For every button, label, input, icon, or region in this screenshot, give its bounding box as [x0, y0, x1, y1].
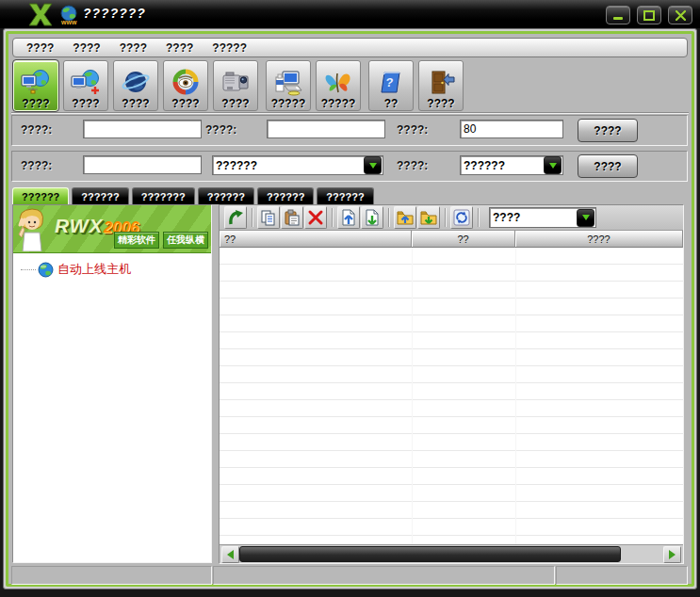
globe-icon: [38, 262, 54, 278]
connect-field-label-3: ????:: [397, 123, 428, 137]
menu-item-1[interactable]: ????: [26, 41, 54, 55]
toolbar-separator: [252, 208, 253, 227]
close-button[interactable]: [668, 6, 692, 24]
svg-text:?: ?: [385, 75, 395, 89]
paste-button[interactable]: [281, 206, 303, 229]
banner-badge-1: 精彩软件: [114, 232, 159, 249]
toolbar-label: ????: [22, 97, 49, 110]
remote-control-icon: [21, 69, 51, 97]
chevron-down-icon[interactable]: [577, 209, 594, 227]
menu-item-2[interactable]: ????: [73, 41, 100, 55]
reload-button[interactable]: [450, 206, 473, 229]
toolbar-button-surveillance[interactable]: ????: [163, 60, 208, 111]
minimize-icon: [613, 17, 623, 20]
window-frame: ???? ???? ???? ???? ?????: [3, 28, 697, 589]
chevron-down-icon[interactable]: [364, 156, 382, 174]
toolbar-divider: [11, 112, 689, 114]
tab-1[interactable]: ??????: [12, 187, 69, 204]
app-globe-www-icon: www: [58, 5, 79, 25]
table-header-row: ?? ?? ????: [220, 231, 683, 248]
status-section-3: [556, 566, 688, 585]
folder-download-icon: [420, 209, 437, 226]
file-download-icon: [364, 209, 381, 226]
delete-x-icon: [307, 209, 324, 226]
column-header-1[interactable]: ??: [220, 231, 412, 248]
scroll-right-button[interactable]: [663, 546, 681, 563]
copy-icon: [260, 209, 277, 226]
maximize-icon: [643, 10, 655, 21]
close-icon: [676, 10, 686, 21]
main-toolbar: ???? ????: [13, 59, 464, 111]
toolbar-separator: [478, 208, 480, 227]
toolbar-button-add-host[interactable]: ????: [63, 60, 108, 111]
maximize-button[interactable]: [637, 6, 661, 24]
butterfly-icon: [323, 69, 353, 97]
connect-button[interactable]: ????: [578, 119, 638, 142]
option-button[interactable]: ????: [578, 154, 638, 178]
toolbar-button-internet[interactable]: ????: [113, 60, 158, 111]
host-list-panel: ???? ?? ?? ????: [219, 204, 684, 564]
file-upload-button[interactable]: [337, 206, 360, 229]
status-bar: [11, 566, 688, 585]
status-section-2: [213, 566, 555, 585]
tab-6[interactable]: ??????: [317, 187, 373, 204]
folder-upload-button[interactable]: [394, 206, 416, 229]
toolbar-button-exit[interactable]: ????: [418, 60, 464, 111]
tab-2[interactable]: ??????: [72, 187, 128, 204]
scroll-left-button[interactable]: [221, 546, 239, 563]
toolbar-button-help[interactable]: ? ??: [368, 60, 414, 111]
host-tree: 自动上线主机: [13, 253, 211, 278]
banner-badge-2: 任我纵横: [163, 232, 208, 249]
status-section-1: [11, 566, 212, 585]
tab-4[interactable]: ??????: [198, 187, 254, 204]
menu-bar: ???? ???? ???? ???? ?????: [12, 38, 688, 57]
option-combo-2[interactable]: ??????: [460, 155, 563, 175]
toolbar-label: ????: [427, 97, 454, 110]
scrollbar-thumb[interactable]: [239, 546, 621, 562]
toolbar-button-remote-control[interactable]: ????: [13, 60, 58, 111]
banner-ad[interactable]: RWX2006 精彩软件 任我纵横: [13, 205, 211, 253]
toolbar-label: ????: [221, 97, 249, 110]
column-header-3[interactable]: ????: [515, 231, 683, 248]
host-list-body[interactable]: [220, 248, 683, 544]
tab-5[interactable]: ??????: [257, 187, 314, 204]
horizontal-scrollbar[interactable]: [220, 544, 683, 563]
video-camera-icon: [220, 69, 251, 97]
menu-item-3[interactable]: ????: [120, 41, 147, 55]
column-header-2[interactable]: ??: [412, 231, 515, 248]
file-upload-icon: [340, 209, 357, 226]
list-toolbar: ????: [220, 205, 683, 231]
toolbar-label: ????: [72, 97, 99, 110]
option-combo-1[interactable]: ??????: [212, 155, 383, 175]
install-computer-icon: [273, 69, 303, 97]
file-download-button[interactable]: [361, 206, 383, 229]
delete-button[interactable]: [304, 206, 327, 229]
menu-item-5[interactable]: ?????: [212, 41, 247, 55]
copy-button[interactable]: [257, 206, 280, 229]
sidebar: RWX2006 精彩软件 任我纵横: [12, 204, 212, 563]
address-input[interactable]: [267, 120, 385, 138]
connect-field-label-2: ????:: [205, 123, 236, 137]
go-arrow-icon: [227, 209, 244, 226]
tab-3[interactable]: ???????: [132, 187, 195, 204]
go-arrow-button[interactable]: [224, 206, 247, 229]
svg-text:www: www: [60, 19, 77, 25]
menu-item-4[interactable]: ????: [166, 41, 193, 55]
option-input[interactable]: [83, 155, 202, 174]
host-input[interactable]: [83, 120, 202, 138]
list-filter-combo[interactable]: ????: [489, 207, 596, 228]
column-divider: [412, 248, 413, 544]
banner-logo-text: RWX: [55, 215, 104, 236]
surveillance-eye-icon: [171, 69, 201, 97]
port-input[interactable]: [460, 120, 563, 138]
minimize-button[interactable]: [606, 6, 630, 24]
toolbar-button-camera[interactable]: ????: [213, 60, 258, 111]
green-accent-frame: ???? ???? ???? ???? ?????: [6, 31, 694, 587]
option-combo-2-value: ??????: [461, 159, 544, 172]
folder-download-button[interactable]: [417, 206, 440, 229]
toolbar-button-install[interactable]: ?????: [266, 60, 311, 111]
toolbar-button-butterfly[interactable]: ?????: [316, 60, 361, 111]
tree-item-auto-online-hosts[interactable]: 自动上线主机: [21, 261, 211, 278]
chevron-down-icon[interactable]: [544, 156, 562, 174]
list-filter-value: ????: [490, 211, 577, 224]
